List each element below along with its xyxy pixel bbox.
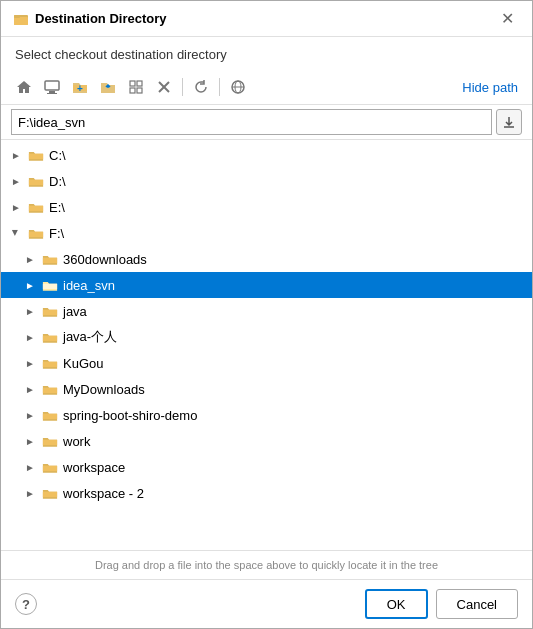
action-buttons: OK Cancel (365, 589, 518, 619)
toggle-arrow: ► (9, 226, 23, 240)
svg-rect-9 (130, 88, 135, 93)
tree-item-label: spring-boot-shiro-demo (63, 408, 197, 423)
network-button[interactable] (225, 74, 251, 100)
folder-icon (41, 434, 59, 448)
toggle-arrow: ► (23, 408, 37, 422)
path-input-row (1, 105, 532, 140)
toggle-arrow: ► (23, 486, 37, 500)
tree-item-label: MyDownloads (63, 382, 145, 397)
new-folder-button[interactable]: + (67, 74, 93, 100)
tree-item-label: idea_svn (63, 278, 115, 293)
home-button[interactable] (11, 74, 37, 100)
toggle-arrow: ► (23, 356, 37, 370)
toggle-arrow: ► (23, 278, 37, 292)
folder-icon (41, 252, 59, 266)
folder-icon (27, 200, 45, 214)
folder-icon (41, 382, 59, 396)
help-button[interactable]: ? (15, 593, 37, 615)
tree-item-label: 360downloads (63, 252, 147, 267)
tree-item-label: workspace (63, 460, 125, 475)
tree-item[interactable]: ► workspace - 2 (1, 480, 532, 506)
destination-directory-dialog: Destination Directory ✕ Select checkout … (0, 0, 533, 629)
svg-rect-7 (130, 81, 135, 86)
toggle-arrow: ► (23, 304, 37, 318)
tree-item[interactable]: ► java (1, 298, 532, 324)
toggle-arrow: ► (23, 460, 37, 474)
cancel-button[interactable]: Cancel (436, 589, 518, 619)
title-bar-left: Destination Directory (13, 11, 166, 27)
ok-button[interactable]: OK (365, 589, 428, 619)
svg-rect-4 (49, 91, 55, 93)
svg-text:+: + (77, 83, 83, 94)
toggle-arrow: ► (23, 330, 37, 344)
toggle-arrow: ► (23, 434, 37, 448)
file-tree[interactable]: ► C:\► D:\► E:\► F:\► 360downloads► idea… (1, 140, 532, 551)
path-input[interactable] (11, 109, 492, 135)
tree-item-label: work (63, 434, 90, 449)
browse-button[interactable] (496, 109, 522, 135)
svg-rect-10 (137, 88, 142, 93)
toggle-arrow: ► (9, 174, 23, 188)
title-bar: Destination Directory ✕ (1, 1, 532, 37)
tree-item-label: E:\ (49, 200, 65, 215)
tree-item[interactable]: ► 360downloads (1, 246, 532, 272)
tree-item[interactable]: ► C:\ (1, 142, 532, 168)
svg-rect-3 (45, 81, 59, 90)
folder-icon (41, 486, 59, 500)
toggle-arrow: ► (23, 252, 37, 266)
toggle-arrow: ► (9, 200, 23, 214)
refresh-button[interactable] (188, 74, 214, 100)
expand-button[interactable] (123, 74, 149, 100)
drag-hint-text: Drag and drop a file into the space abov… (1, 551, 532, 580)
folder-icon (41, 278, 59, 292)
dialog-icon (13, 11, 29, 27)
toolbar-separator (182, 78, 183, 96)
tree-item[interactable]: ► MyDownloads (1, 376, 532, 402)
close-button[interactable]: ✕ (495, 9, 520, 29)
tree-item[interactable]: ► KuGou (1, 350, 532, 376)
folder-icon (41, 330, 59, 344)
folder-icon (27, 226, 45, 240)
subtitle-text: Select checkout destination directory (1, 37, 532, 70)
tree-item[interactable]: ► E:\ (1, 194, 532, 220)
tree-item[interactable]: ► D:\ (1, 168, 532, 194)
folder-icon (41, 304, 59, 318)
folder-icon (27, 174, 45, 188)
tree-item-label: workspace - 2 (63, 486, 144, 501)
delete-button[interactable] (151, 74, 177, 100)
toggle-arrow: ► (23, 382, 37, 396)
dialog-title: Destination Directory (35, 11, 166, 26)
toolbar-separator-2 (219, 78, 220, 96)
toolbar: + (1, 70, 532, 105)
svg-rect-1 (14, 17, 28, 25)
tree-item[interactable]: ► java-个人 (1, 324, 532, 350)
tree-item-label: KuGou (63, 356, 103, 371)
tree-item-label: D:\ (49, 174, 66, 189)
bottom-bar: ? OK Cancel (1, 580, 532, 628)
folder-icon (41, 356, 59, 370)
desktop-button[interactable] (39, 74, 65, 100)
tree-item[interactable]: ► spring-boot-shiro-demo (1, 402, 532, 428)
svg-rect-8 (137, 81, 142, 86)
tree-item[interactable]: ► F:\ (1, 220, 532, 246)
tree-item[interactable]: ► work (1, 428, 532, 454)
hide-path-button[interactable]: Hide path (458, 78, 522, 97)
folder-icon (41, 460, 59, 474)
toggle-arrow: ► (9, 148, 23, 162)
tree-item-label: C:\ (49, 148, 66, 163)
folder-icon (27, 148, 45, 162)
tree-item-label: java-个人 (63, 328, 117, 346)
svg-rect-5 (47, 93, 57, 94)
folder-icon (41, 408, 59, 422)
tree-item[interactable]: ► idea_svn (1, 272, 532, 298)
tree-item-label: F:\ (49, 226, 64, 241)
folder-up-button[interactable] (95, 74, 121, 100)
svg-rect-2 (14, 15, 20, 18)
tree-item-label: java (63, 304, 87, 319)
tree-item[interactable]: ► workspace (1, 454, 532, 480)
